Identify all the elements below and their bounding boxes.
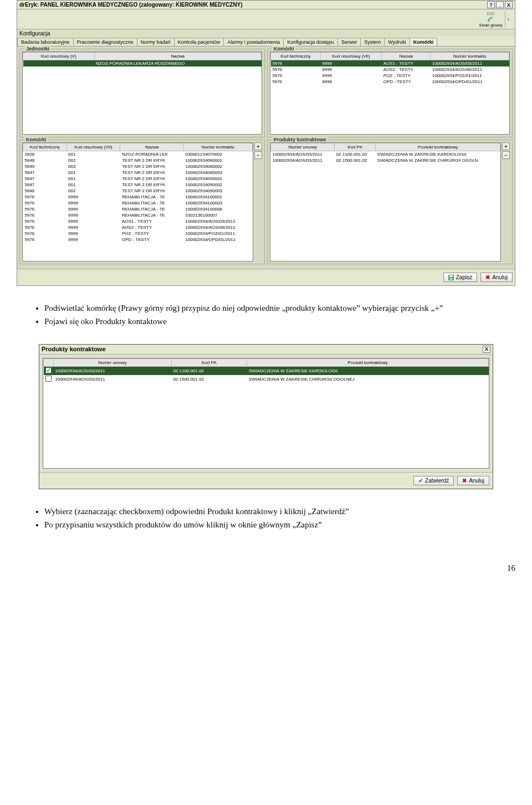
dialog-titlebar: Produkty kontraktowe X bbox=[39, 345, 493, 355]
column-header[interactable]: Kod resortowy (VII) bbox=[320, 53, 382, 60]
dialog-title: Produkty kontraktowe bbox=[42, 346, 106, 353]
produkty-legend: Produkty kontraktowe bbox=[272, 137, 328, 142]
tab-pracownie-diagnostyczne[interactable]: Pracownie diagnostyczne bbox=[73, 38, 137, 46]
column-header[interactable]: Produkt kontraktowy bbox=[247, 358, 489, 366]
confirm-label: Zatwierdź bbox=[425, 478, 449, 484]
produkty-table[interactable]: Numer umowyKod PKProdukt kontraktowy 100… bbox=[270, 143, 500, 163]
instruction-item: Po przypisaniu wszystkich produktów do u… bbox=[44, 519, 499, 530]
tab-kom-rki[interactable]: Komórki bbox=[410, 38, 438, 46]
tab-wydruki[interactable]: Wydruki bbox=[384, 38, 410, 46]
minimize-button[interactable]: _ bbox=[496, 1, 504, 8]
jednostki-table[interactable]: Kod resortowy (V)Nazwa NZOZ-PORADNIA LEK… bbox=[23, 52, 262, 66]
column-header[interactable]: Numer kontraktu bbox=[183, 143, 252, 151]
dialog-cancel-icon: ✖ bbox=[462, 478, 467, 484]
table-row[interactable]: 100002934/AOS/03/201102.1500.001.02SWIAD… bbox=[44, 375, 489, 383]
column-header[interactable]: Numer umowy bbox=[54, 358, 172, 366]
column-header[interactable]: Kod resortowy (V) bbox=[23, 53, 95, 60]
table-row[interactable]: 59769999POZ - TESTY100002934/POZ/01/2011 bbox=[23, 230, 253, 237]
table-row[interactable]: 3928001NZOZ-PORADNIA LEK030001234070002 bbox=[23, 151, 253, 158]
komorki-top-panel: Komórki Kod technicznyKod resortowy (VII… bbox=[267, 49, 513, 137]
esc-label: ESC bbox=[487, 12, 495, 16]
tab-kontrola-pacjent-w[interactable]: Kontrola pacjentów bbox=[174, 38, 224, 46]
table-row[interactable]: 5847001TEST NR 2 DR ERYK100002934080003 bbox=[23, 170, 253, 176]
table-row[interactable]: 59769999AOS1 - TESTY100002934/AOS/03/201… bbox=[271, 60, 509, 67]
table-row[interactable]: 59769999OPD - TESTY100002934/OPD/01/2011 bbox=[271, 79, 509, 85]
tab-konfiguracja-dost-pu[interactable]: Konfiguracja dostępu bbox=[283, 38, 338, 46]
jednostki-panel: Jednostki Kod resortowy (V)Nazwa NZOZ-PO… bbox=[19, 49, 265, 137]
dialog-table[interactable]: Numer umowyKod PKProdukt kontraktowy 100… bbox=[43, 358, 489, 383]
table-row[interactable]: NZOZ-PORADNIA LEKARZA RODZINNEGO bbox=[23, 60, 262, 67]
main-screen-label: Ekran główny bbox=[479, 23, 503, 27]
tab-badania-laboratoryjne[interactable]: Badania laboratoryjne bbox=[17, 38, 74, 46]
table-row[interactable]: 5847001TEST NR 2 DR ERYK100002934090002 bbox=[23, 182, 253, 188]
column-header[interactable]: Kod resortowy (VII) bbox=[66, 143, 120, 151]
cancel-label: Anuluj bbox=[492, 274, 508, 280]
help-button[interactable]: ? bbox=[487, 1, 495, 8]
table-row[interactable]: 59769999OPD - TESTY100002934/OPD/01/2011 bbox=[23, 237, 253, 243]
table-row[interactable]: 59769999AOS2 - TESTY100002934/AOS/06/201… bbox=[271, 66, 509, 73]
tabbar: Badania laboratoryjnePracownie diagnosty… bbox=[17, 37, 515, 47]
table-row[interactable]: 100002934/AOS/03/201102.1500.001.02SWIAD… bbox=[271, 157, 500, 163]
svg-rect-1 bbox=[449, 275, 453, 277]
close-button[interactable]: X bbox=[505, 1, 513, 8]
table-row[interactable]: 59769999REHABILITACJA - TE10000293410000… bbox=[23, 194, 253, 200]
column-header[interactable]: Produkt kontraktowy bbox=[376, 143, 500, 151]
tab-normy-bada-[interactable]: Normy badań bbox=[137, 38, 175, 46]
table-row[interactable]: 59769999REHABILITACJA - TE10000293410000… bbox=[23, 206, 253, 212]
toolbar: ESC Ekran główny ‹ bbox=[17, 9, 515, 29]
table-row[interactable]: 5849003TEST NR 2 DR ERYK100002934080002 bbox=[23, 163, 253, 170]
komorki-top-table[interactable]: Kod technicznyKod resortowy (VII)NazwaNu… bbox=[270, 52, 509, 85]
titlebar: drEryk: PANEL KIEROWNIKA MEDYCZNEGO (zal… bbox=[17, 1, 515, 9]
table-row[interactable]: 100002934/AOS/03/201102.1100.001.02SWIAD… bbox=[44, 366, 489, 375]
column-header[interactable]: Nazwa bbox=[382, 53, 431, 60]
main-window: drEryk: PANEL KIEROWNIKA MEDYCZNEGO (zal… bbox=[17, 0, 515, 286]
table-row[interactable]: 59769999REHABILITACJA - TE3302136100007 bbox=[23, 212, 253, 218]
table-row[interactable]: 5847001TEST NR 2 DR ERYK100002934090001 bbox=[23, 176, 253, 182]
column-header[interactable]: Kod techniczny bbox=[271, 53, 321, 60]
column-header[interactable]: Numer umowy bbox=[271, 143, 335, 151]
table-row[interactable]: 59769999AOS2 - TESTY100002934/AOS/06/201… bbox=[23, 224, 253, 230]
komorki-add-button[interactable]: + bbox=[254, 142, 262, 150]
column-header[interactable]: Kod PK bbox=[171, 358, 247, 366]
column-header[interactable]: Kod techniczny bbox=[23, 143, 67, 151]
instruction-item: Pojawi się oko Produkty kontaktowe bbox=[44, 316, 499, 327]
table-row[interactable]: 59769999REHABILITACJA - TE10000293410000… bbox=[23, 200, 253, 206]
row-checkbox[interactable] bbox=[45, 376, 52, 382]
menubar: Konfiguracja bbox=[17, 29, 515, 37]
komorki-bottom-table[interactable]: Kod technicznyKod resortowy (VII)NazwaNu… bbox=[23, 143, 253, 243]
column-header[interactable] bbox=[44, 358, 54, 366]
cancel-button[interactable]: ✖ Anuluj bbox=[480, 273, 513, 282]
sidebar-handle[interactable]: ‹ bbox=[505, 11, 511, 28]
save-button[interactable]: Zapisz bbox=[443, 273, 477, 282]
table-row[interactable]: 5848002TEST NR 2 DR ERYK100002934080001 bbox=[23, 157, 253, 163]
produkty-remove-button[interactable]: − bbox=[502, 151, 510, 159]
confirm-button[interactable]: ✔ Zatwierdź bbox=[413, 476, 454, 485]
table-row[interactable]: 100002934/AOS/03/201102.1100.001.02SWIAD… bbox=[271, 151, 500, 158]
save-icon bbox=[448, 275, 454, 280]
komorki-remove-button[interactable]: − bbox=[254, 151, 262, 159]
produkty-add-button[interactable]: + bbox=[502, 142, 510, 150]
produkty-dialog: Produkty kontraktowe X Numer umowyKod PK… bbox=[39, 344, 493, 489]
menu-konfiguracja[interactable]: Konfiguracja bbox=[19, 30, 50, 37]
row-checkbox[interactable] bbox=[45, 367, 52, 373]
column-header[interactable]: Nazwa bbox=[120, 143, 183, 151]
column-header[interactable]: Numer kontraktu bbox=[431, 53, 509, 60]
column-header[interactable]: Nazwa bbox=[94, 53, 261, 60]
komorki-bottom-legend: Komórki bbox=[24, 137, 48, 142]
tab-alarmy-i-powiadomienia[interactable]: Alarmy i powiadomienia bbox=[223, 38, 284, 46]
instructions-2: Wybierz (zaznaczając checkboxem) odpowie… bbox=[44, 506, 499, 531]
produkty-panel: Produkty kontraktowe Numer umowyKod PKPr… bbox=[267, 140, 513, 264]
dialog-cancel-button[interactable]: ✖ Anuluj bbox=[457, 476, 489, 485]
table-row[interactable]: 5848002TEST NR 2 DR ERYK100002934090003 bbox=[23, 188, 253, 194]
dialog-close-button[interactable]: X bbox=[483, 346, 490, 353]
main-screen-button[interactable]: ESC Ekran główny bbox=[479, 12, 503, 27]
tab-serwer[interactable]: Serwer bbox=[337, 38, 361, 46]
komorki-bottom-panel: Komórki Kod technicznyKod resortowy (VII… bbox=[19, 140, 265, 264]
instruction-item: Wybierz (zaznaczając checkboxem) odpowie… bbox=[44, 506, 499, 517]
column-header[interactable]: Kod PK bbox=[335, 143, 376, 151]
table-row[interactable]: 59769999POZ - TESTY100002934/POZ/01/2011 bbox=[271, 73, 509, 79]
svg-rect-2 bbox=[450, 278, 452, 280]
tab-system[interactable]: System bbox=[360, 38, 385, 46]
table-row[interactable]: 59769999AOS1 - TESTY100002934/AOS/03/201… bbox=[23, 218, 253, 224]
cancel-icon: ✖ bbox=[485, 274, 490, 280]
